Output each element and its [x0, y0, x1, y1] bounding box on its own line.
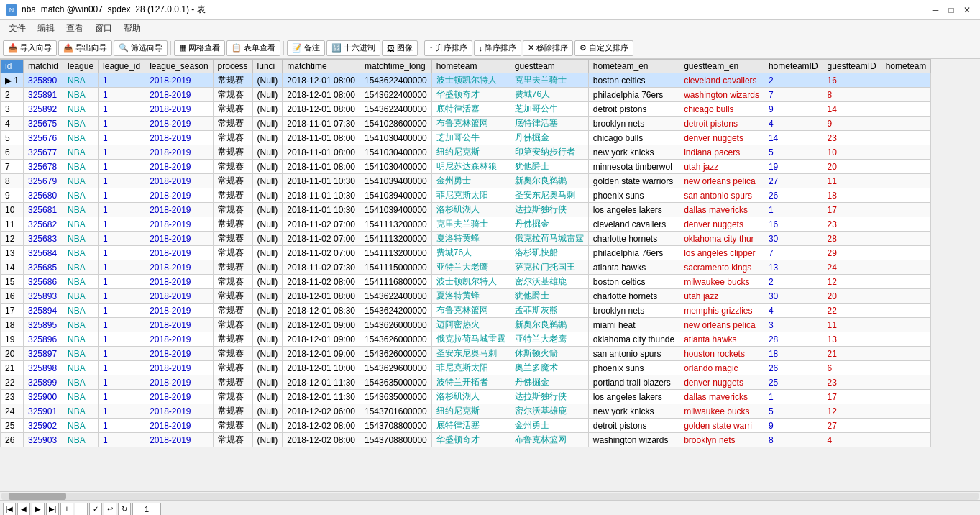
remove-sort-button[interactable]: ✕ 移除排序: [523, 40, 573, 56]
table-row[interactable]: 7325678NBA12018-2019常规赛(Null)2018-11-01 …: [1, 160, 931, 174]
nav-first-button[interactable]: |◀: [3, 503, 16, 516]
table-cell: 325901: [24, 404, 63, 419]
nav-page-input[interactable]: [132, 503, 161, 516]
table-cell: detroit pistons: [588, 419, 679, 433]
col-header-guestteam[interactable]: guestteam: [510, 60, 588, 73]
table-row[interactable]: 21325898NBA12018-2019常规赛(Null)2018-12-01…: [1, 361, 931, 375]
table-row[interactable]: 3325892NBA12018-2019常规赛(Null)2018-12-01 …: [1, 102, 931, 117]
table-row[interactable]: 6325677NBA12018-2019常规赛(Null)2018-11-01 …: [1, 145, 931, 160]
table-row[interactable]: 16325893NBA12018-2019常规赛(Null)2018-12-01…: [1, 289, 931, 304]
table-row[interactable]: 11325682NBA12018-2019常规赛(Null)2018-11-02…: [1, 217, 931, 232]
col-header-process[interactable]: process: [213, 60, 252, 73]
table-cell: [881, 361, 931, 375]
table-row[interactable]: 8325679NBA12018-2019常规赛(Null)2018-11-01 …: [1, 174, 931, 188]
table-cell: [881, 131, 931, 145]
col-header-hometeam[interactable]: hometeam: [431, 60, 510, 73]
menu-file[interactable]: 文件: [3, 21, 32, 36]
table-row[interactable]: 12325683NBA12018-2019常规赛(Null)2018-11-02…: [1, 232, 931, 246]
table-container[interactable]: id matchid league league_id league_seaso…: [0, 59, 980, 491]
table-row[interactable]: 18325895NBA12018-2019常规赛(Null)2018-12-01…: [1, 318, 931, 332]
menu-edit[interactable]: 编辑: [32, 21, 60, 36]
table-cell: 夏洛特黄蜂: [431, 289, 510, 304]
col-header-league-season[interactable]: league_season: [145, 60, 213, 73]
table-cell: los angeles lakers: [588, 203, 679, 217]
col-header-guestteamid[interactable]: guestteamID: [823, 60, 881, 73]
table-cell: 1: [764, 203, 823, 217]
h-scrollbar[interactable]: [1, 493, 979, 500]
table-row[interactable]: 13325684NBA12018-2019常规赛(Null)2018-11-02…: [1, 246, 931, 260]
grid-view-button[interactable]: ▦ 网格查看: [174, 40, 225, 56]
col-header-league-id[interactable]: league_id: [99, 60, 145, 73]
table-row[interactable]: 23325900NBA12018-2019常规赛(Null)2018-12-01…: [1, 390, 931, 404]
table-row[interactable]: 2325891NBA12018-2019常规赛(Null)2018-12-01 …: [1, 88, 931, 102]
table-row[interactable]: 5325676NBA12018-2019常规赛(Null)2018-11-01 …: [1, 131, 931, 145]
table-cell: (Null): [252, 102, 283, 117]
col-header-matchid[interactable]: matchid: [24, 60, 63, 73]
sort-asc-button[interactable]: ↑ 升序排序: [424, 40, 472, 56]
table-cell: 6: [823, 361, 881, 375]
hex-button[interactable]: 🔢 十六进制: [326, 40, 380, 56]
image-button[interactable]: 🖼 图像: [382, 40, 418, 56]
notes-button[interactable]: 📝 备注: [287, 40, 325, 56]
col-header-hometeam-en[interactable]: hometeam_en: [588, 60, 679, 73]
table-cell: (Null): [252, 304, 283, 318]
form-view-button[interactable]: 📋 表单查看: [226, 40, 280, 56]
nav-save-button[interactable]: ✓: [89, 503, 102, 516]
table-row[interactable]: 9325680NBA12018-2019常规赛(Null)2018-11-01 …: [1, 188, 931, 203]
export-wizard-button[interactable]: 📤 导出向导: [58, 40, 112, 56]
sort-desc-button[interactable]: ↓ 降序排序: [474, 40, 522, 56]
table-cell: NBA: [63, 203, 99, 217]
table-cell: 克里夫兰骑士: [431, 217, 510, 232]
custom-sort-button[interactable]: ⚙ 自定义排序: [574, 40, 633, 56]
import-icon: 📥: [8, 43, 18, 53]
table-cell: 3: [1, 102, 24, 117]
maximize-button[interactable]: □: [944, 4, 958, 17]
col-header-league[interactable]: league: [63, 60, 99, 73]
table-cell: 2018-11-02 07:00: [283, 246, 360, 260]
col-header-hometeamid[interactable]: hometeamID: [764, 60, 823, 73]
table-row[interactable]: 25325902NBA12018-2019常规赛(Null)2018-12-02…: [1, 419, 931, 433]
table-row[interactable]: 20325897NBA12018-2019常规赛(Null)2018-12-01…: [1, 347, 931, 361]
nav-last-button[interactable]: ▶|: [46, 503, 59, 516]
col-header-hometeam2[interactable]: hometeam: [881, 60, 931, 73]
h-scrollbar-thumb[interactable]: [9, 493, 66, 500]
col-header-guestteam-en[interactable]: guestteam_en: [679, 60, 764, 73]
table-cell: 325897: [24, 347, 63, 361]
nav-prev-button[interactable]: ◀: [17, 503, 30, 516]
col-header-id[interactable]: id: [1, 60, 24, 73]
col-header-matchtime-long[interactable]: matchtime_long: [360, 60, 432, 73]
table-cell: oklahoma city thunde: [588, 332, 679, 347]
nav-delete-button[interactable]: −: [75, 503, 88, 516]
col-header-matchtime[interactable]: matchtime: [283, 60, 360, 73]
table-cell: 1541039400000: [360, 174, 432, 188]
table-row[interactable]: 17325894NBA12018-2019常规赛(Null)2018-12-01…: [1, 304, 931, 318]
table-row[interactable]: 14325685NBA12018-2019常规赛(Null)2018-11-02…: [1, 260, 931, 275]
table-row[interactable]: 24325901NBA12018-2019常规赛(Null)2018-12-02…: [1, 404, 931, 419]
h-scrollbar-area[interactable]: [0, 491, 980, 500]
table-row[interactable]: 10325681NBA12018-2019常规赛(Null)2018-11-01…: [1, 203, 931, 217]
table-cell: 洛杉矶湖人: [431, 390, 510, 404]
import-wizard-button[interactable]: 📥 导入向导: [3, 40, 57, 56]
table-row[interactable]: 4325675NBA12018-2019常规赛(Null)2018-11-01 …: [1, 117, 931, 131]
table-cell: [881, 160, 931, 174]
close-button[interactable]: ✕: [960, 4, 974, 17]
table-row[interactable]: 15325686NBA12018-2019常规赛(Null)2018-11-02…: [1, 275, 931, 289]
minimize-button[interactable]: ─: [928, 4, 943, 17]
table-row[interactable]: 26325903NBA12018-2019常规赛(Null)2018-12-02…: [1, 433, 931, 447]
table-row[interactable]: 22325899NBA12018-2019常规赛(Null)2018-12-01…: [1, 375, 931, 390]
menu-window[interactable]: 窗口: [89, 21, 118, 36]
nav-undo-button[interactable]: ↩: [104, 503, 116, 516]
nav-refresh-button[interactable]: ↻: [118, 503, 131, 516]
table-cell: 芝加哥公牛: [431, 131, 510, 145]
menu-view[interactable]: 查看: [60, 21, 89, 36]
nav-next-button[interactable]: ▶: [32, 503, 45, 516]
filter-wizard-button[interactable]: 🔍 筛选向导: [114, 40, 168, 56]
col-header-lunci[interactable]: lunci: [252, 60, 283, 73]
table-cell: sacramento kings: [679, 260, 764, 275]
menu-help[interactable]: 帮助: [118, 21, 147, 36]
table-row[interactable]: 19325896NBA12018-2019常规赛(Null)2018-12-01…: [1, 332, 931, 347]
table-cell: 325893: [24, 289, 63, 304]
nav-add-button[interactable]: +: [60, 503, 73, 516]
table-cell: NBA: [63, 188, 99, 203]
table-row[interactable]: ▶ 1325890NBA12018-2019常规赛(Null)2018-12-0…: [1, 73, 931, 88]
